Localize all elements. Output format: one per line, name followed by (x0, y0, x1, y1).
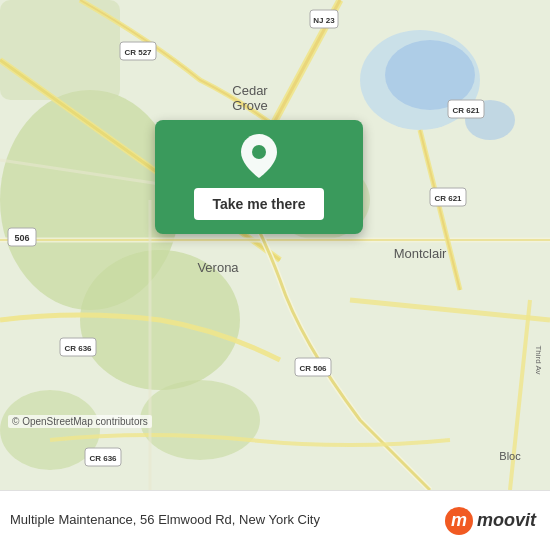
svg-point-44 (252, 145, 266, 159)
svg-text:CR 621: CR 621 (452, 106, 480, 115)
svg-text:CR 506: CR 506 (299, 364, 327, 373)
svg-text:CR 527: CR 527 (124, 48, 152, 57)
bottom-bar: Multiple Maintenance, 56 Elmwood Rd, New… (0, 490, 550, 550)
svg-text:Grove: Grove (232, 98, 267, 113)
moovit-wordmark: moovit (477, 510, 536, 531)
svg-text:CR 636: CR 636 (89, 454, 117, 463)
svg-text:NJ 23: NJ 23 (313, 16, 335, 25)
moovit-m-icon: m (445, 507, 473, 535)
svg-text:CR 621: CR 621 (434, 194, 462, 203)
svg-text:Montclair: Montclair (394, 246, 447, 261)
map-container: 506 NJ 23 CR 527 CR 621 CR 621 CR 636 CR… (0, 0, 550, 490)
svg-point-8 (140, 380, 260, 460)
svg-text:Third Av: Third Av (534, 345, 543, 374)
svg-text:CR 636: CR 636 (64, 344, 92, 353)
address-text: Multiple Maintenance, 56 Elmwood Rd, New… (10, 511, 320, 529)
map-attribution: © OpenStreetMap contributors (8, 415, 152, 428)
svg-text:506: 506 (14, 233, 29, 243)
take-me-there-button[interactable]: Take me there (194, 188, 323, 220)
location-pin-icon (239, 136, 279, 176)
moovit-logo: m moovit (445, 507, 536, 535)
navigation-popup: Take me there (155, 120, 363, 234)
svg-text:Bloc: Bloc (499, 450, 521, 462)
svg-text:Cedar: Cedar (232, 83, 268, 98)
svg-text:Verona: Verona (197, 260, 239, 275)
